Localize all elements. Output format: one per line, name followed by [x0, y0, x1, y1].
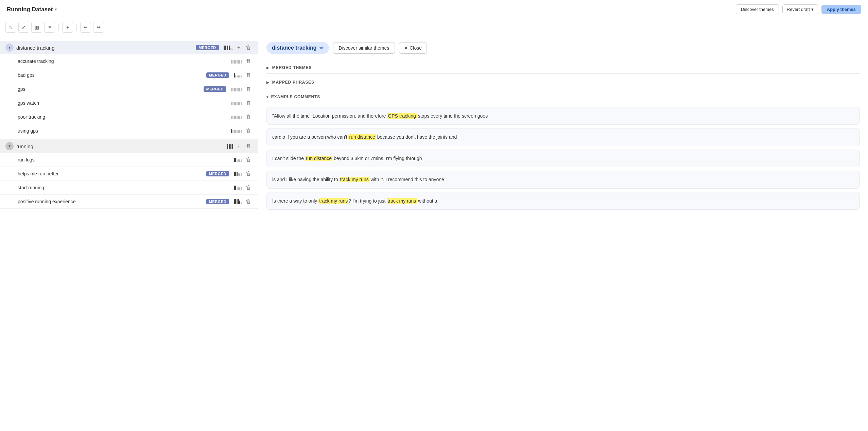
revert-draft-label: Revert draft: [787, 7, 810, 12]
sub-item-name: helps me run better: [18, 171, 204, 176]
merged-themes-header[interactable]: ▶ MERGED THEMES: [266, 62, 860, 74]
sub-bar-chart: [231, 128, 242, 133]
delete-sub-item-button[interactable]: 🗑: [244, 85, 253, 93]
right-panel: distance tracking ✏ Discover similar the…: [258, 35, 868, 431]
list-item: accurate tracking 🗑: [0, 54, 258, 68]
delete-sub-item-button[interactable]: 🗑: [244, 127, 253, 135]
discover-themes-button[interactable]: Discover themes: [736, 4, 779, 14]
close-label: Close: [410, 45, 422, 51]
add-button[interactable]: +: [62, 22, 73, 33]
sub-bar-chart: [234, 171, 242, 176]
merged-badge: MERGED: [206, 171, 229, 176]
bar-chart-running: [227, 143, 233, 149]
delete-sub-item-button[interactable]: 🗑: [244, 198, 253, 205]
highlighted-phrase: track my runs: [318, 198, 348, 204]
mapped-phrases-label: MAPPED PHRASES: [272, 80, 314, 85]
sort-button[interactable]: ≡: [44, 22, 55, 33]
sub-bar-chart: [231, 59, 242, 64]
mapped-phrases-header[interactable]: ▶ MAPPED PHRASES: [266, 76, 860, 88]
discover-similar-themes-button[interactable]: Discover similar themes: [333, 42, 395, 54]
delete-running-button[interactable]: 🗑: [244, 142, 253, 150]
sub-bar-chart: [231, 115, 242, 119]
section-chevron-icon: ▶: [266, 66, 270, 70]
merged-themes-section: ▶ MERGED THEMES: [266, 62, 860, 74]
delete-sub-item-button[interactable]: 🗑: [244, 170, 253, 177]
comment-text-before: "Allow all the time" Location permission…: [272, 113, 387, 119]
sub-items-running: run logs 🗑 helps me run better MERGED: [0, 153, 258, 209]
theme-group-distance-tracking: ▾ distance tracking MERGED + 🗑 accurate: [0, 41, 258, 138]
collapse-running-button[interactable]: ▾: [5, 142, 14, 150]
edit-theme-icon[interactable]: ✏: [319, 45, 324, 51]
sub-item-name: run logs: [18, 157, 231, 162]
sub-item-name: positive running experience: [18, 199, 204, 204]
comment-text-after: with it. I recommend this to anyone: [369, 177, 444, 182]
delete-sub-item-button[interactable]: 🗑: [244, 184, 253, 191]
comment-card: I can't slide the run distance beyond 3.…: [266, 150, 860, 167]
list-item: helps me run better MERGED 🗑: [0, 167, 258, 181]
collapse-distance-tracking-button[interactable]: ▾: [5, 44, 14, 52]
comment-card: cardio if you are a person who can't run…: [266, 128, 860, 146]
header: Running Dataset ▾ Discover themes Revert…: [0, 0, 868, 19]
example-comments-header[interactable]: ▾ EXAMPLE COMMENTS: [266, 91, 860, 103]
comment-text-before: I can't slide the: [272, 156, 305, 161]
comment-text-after: without a: [417, 198, 437, 204]
left-panel: ▾ distance tracking MERGED + 🗑 accurate: [0, 35, 258, 431]
list-item: bad gps MERGED 🗑: [0, 68, 258, 82]
apply-themes-button[interactable]: Apply themes: [821, 5, 861, 14]
delete-group-button[interactable]: 🗑: [244, 44, 253, 51]
revert-chevron-icon: ▾: [811, 7, 814, 12]
list-item: gps watch 🗑: [0, 96, 258, 110]
merged-badge: MERGED: [206, 199, 229, 204]
list-item: gps MERGED 🗑: [0, 82, 258, 96]
main-layout: ▾ distance tracking MERGED + 🗑 accurate: [0, 35, 868, 431]
theme-group-header-distance-tracking[interactable]: ▾ distance tracking MERGED + 🗑: [0, 41, 258, 54]
toolbar-separator-2: [76, 24, 77, 31]
sub-item-name: poor tracking: [18, 114, 228, 120]
header-left: Running Dataset ▾: [7, 6, 57, 13]
theme-group-header-running[interactable]: ▾ running + 🗑: [0, 139, 258, 153]
delete-sub-item-button[interactable]: 🗑: [244, 113, 253, 121]
delete-sub-item-button[interactable]: 🗑: [244, 156, 253, 163]
merged-badge: MERGED: [204, 86, 226, 92]
comment-text-before: is and I like having the ability to: [272, 177, 340, 182]
right-panel-header: distance tracking ✏ Discover similar the…: [266, 42, 860, 54]
comment-text-before: Is there a way to only: [272, 198, 318, 204]
list-item: run logs 🗑: [0, 153, 258, 167]
mapped-phrases-section: ▶ MAPPED PHRASES: [266, 76, 860, 88]
add-to-running-button[interactable]: +: [236, 142, 242, 150]
undo-button[interactable]: ↩: [80, 22, 91, 33]
selected-theme-pill: distance tracking ✏: [266, 42, 329, 54]
sub-item-name: accurate tracking: [18, 58, 228, 64]
revert-draft-button[interactable]: Revert draft ▾: [782, 4, 818, 14]
delete-sub-item-button[interactable]: 🗑: [244, 57, 253, 65]
sub-item-name: using gps: [18, 128, 228, 134]
header-right: Discover themes Revert draft ▾ Apply the…: [736, 4, 861, 14]
comment-text-middle: ? I'm trying to just: [348, 198, 387, 204]
merged-badge: MERGED: [206, 72, 229, 78]
list-item: poor tracking 🗑: [0, 110, 258, 124]
comment-card: Is there a way to only track my runs? I'…: [266, 192, 860, 210]
theme-group-running: ▾ running + 🗑 run logs: [0, 139, 258, 209]
theme-name-running: running: [16, 143, 222, 149]
selected-theme-name: distance tracking: [272, 45, 317, 51]
chart-button[interactable]: ▦: [31, 22, 42, 33]
delete-sub-item-button[interactable]: 🗑: [244, 99, 253, 107]
delete-sub-item-button[interactable]: 🗑: [244, 71, 253, 79]
highlighted-phrase-2: track my runs: [387, 198, 417, 204]
title-chevron-icon[interactable]: ▾: [55, 7, 57, 12]
highlighted-phrase: run distance: [348, 134, 376, 140]
merged-badge: MERGED: [196, 45, 219, 50]
comment-text-after: beyond 3.3km or 7mins. I'm flying throug…: [332, 156, 422, 161]
comment-text-after: because you don't have the joints and: [376, 134, 457, 140]
expand-button[interactable]: ⤢: [18, 22, 29, 33]
sub-bar-chart: [234, 157, 242, 162]
redo-button[interactable]: ↪: [93, 22, 104, 33]
add-to-group-button[interactable]: +: [236, 44, 242, 51]
merged-themes-label: MERGED THEMES: [272, 65, 312, 70]
example-comments-section: ▾ EXAMPLE COMMENTS "Allow all the time" …: [266, 91, 860, 210]
fit-view-button[interactable]: ⤡: [5, 22, 16, 33]
list-item: positive running experience MERGED 🗑: [0, 195, 258, 209]
toolbar: ⤡ ⤢ ▦ ≡ + ↩ ↪: [0, 19, 868, 35]
sub-item-name: gps: [18, 86, 201, 92]
close-button[interactable]: ✕ Close: [399, 42, 427, 54]
